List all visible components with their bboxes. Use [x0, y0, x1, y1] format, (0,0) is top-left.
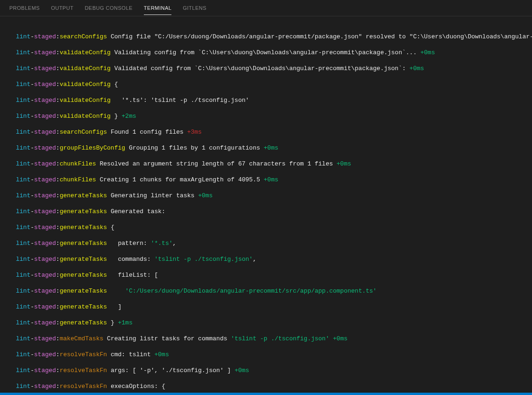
tab-output[interactable]: OUTPUT — [51, 1, 73, 14]
tab-debug-console[interactable]: DEBUG CONSOLE — [85, 1, 132, 14]
panel-tabs: PROBLEMS OUTPUT DEBUG CONSOLE TERMINAL G… — [0, 0, 532, 16]
tab-gitlens[interactable]: GITLENS — [183, 1, 206, 14]
tab-problems[interactable]: PROBLEMS — [9, 1, 40, 14]
tab-terminal[interactable]: TERMINAL — [144, 1, 172, 15]
status-bar[interactable] — [0, 393, 532, 395]
terminal-output[interactable]: lint-staged:searchConfigs Config file "C… — [0, 16, 532, 393]
